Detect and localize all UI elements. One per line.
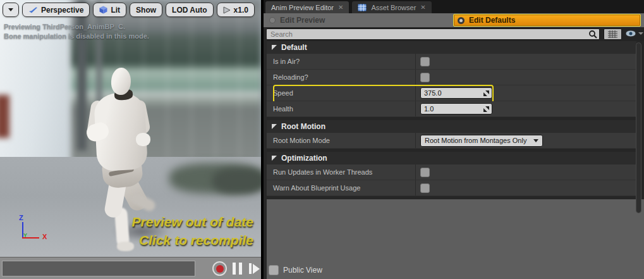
record-icon: [216, 265, 224, 273]
close-icon[interactable]: ✕: [420, 4, 425, 11]
run-updates-checkbox[interactable]: [420, 168, 430, 177]
bone-manipulation-line: Bone manipulation is disabled in this mo…: [4, 32, 149, 41]
lit-mode-button[interactable]: Lit: [93, 3, 126, 17]
search-input[interactable]: [266, 28, 600, 40]
spinbox-drag-icon: [483, 90, 489, 96]
asset-browser-icon: [358, 4, 367, 11]
anim-preview-editor-window: Perspective Lit Show LOD Auto x1.0: [0, 0, 644, 279]
property-row-is-in-air: Is in Air?: [267, 54, 636, 70]
tab-bar: Anim Preview Editor ✕ Asset Browser ✕: [264, 0, 644, 13]
root-motion-mode-dropdown[interactable]: Root Motion from Montages Only: [420, 135, 543, 147]
tab-anim-preview-editor[interactable]: Anim Preview Editor ✕: [265, 1, 349, 13]
scrollbar[interactable]: [636, 42, 641, 213]
tab-asset-browser[interactable]: Asset Browser ✕: [352, 1, 431, 13]
pause-icon: [233, 263, 236, 275]
reloading-checkbox[interactable]: [420, 73, 430, 82]
property-row-root-motion-mode: Root Motion Mode Root Motion from Montag…: [267, 133, 636, 149]
lod-auto-button[interactable]: LOD Auto: [166, 3, 214, 17]
warn-blueprint-checkbox[interactable]: [420, 183, 430, 193]
search-row: [264, 27, 644, 41]
section-header-optimization[interactable]: Optimization: [267, 152, 636, 164]
property-row-warn-blueprint: Warn About Blueprint Usage: [267, 180, 636, 196]
close-icon[interactable]: ✕: [338, 4, 343, 11]
health-number-field[interactable]: [420, 103, 492, 115]
search-icon: [588, 30, 597, 39]
background-object: [0, 95, 9, 138]
expand-arrow-icon: [272, 156, 277, 161]
edit-mode-toggle-row: Edit Preview Edit Defaults: [264, 13, 644, 27]
record-button[interactable]: [212, 261, 227, 276]
3d-viewport[interactable]: Perspective Lit Show LOD Auto x1.0: [0, 0, 261, 257]
panel-lower-area: [267, 199, 644, 279]
timeline-scrubber[interactable]: [2, 261, 195, 276]
expand-arrow-icon: [272, 124, 277, 129]
grid-view-icon: [608, 30, 617, 38]
lit-cube-icon: [99, 6, 107, 14]
playback-speed-button[interactable]: x1.0: [217, 3, 255, 17]
step-forward-button[interactable]: [249, 263, 260, 275]
perspective-icon: [28, 7, 38, 13]
section-default: Default Is in Air? Reloading? Speed: [267, 41, 636, 117]
viewport-options-button[interactable]: [3, 3, 19, 17]
public-view-toggle[interactable]: Public View: [269, 265, 322, 275]
chevron-down-icon: [8, 8, 13, 11]
axis-gizmo: Z Y X: [16, 214, 54, 247]
speed-input[interactable]: [424, 89, 483, 97]
property-row-reloading: Reloading?: [267, 70, 636, 85]
radio-icon: [269, 17, 276, 23]
preview-out-of-date-overlay[interactable]: Preview out of date Click to recompile: [131, 213, 253, 249]
eye-icon: [625, 30, 636, 37]
health-input[interactable]: [424, 105, 483, 113]
expand-arrow-icon: [272, 45, 277, 50]
preview-info-text: Previewing ThirdPerson_AnimBP_C. Bone ma…: [4, 22, 149, 41]
perspective-button[interactable]: Perspective: [22, 3, 90, 17]
playback-bar: [0, 257, 261, 279]
section-header-root-motion[interactable]: Root Motion: [267, 120, 636, 133]
section-header-default[interactable]: Default: [267, 41, 636, 54]
speed-number-field[interactable]: [420, 87, 492, 99]
public-view-checkbox[interactable]: [269, 265, 279, 275]
play-icon: [223, 6, 231, 14]
section-root-motion: Root Motion Root Motion Mode Root Motion…: [267, 120, 636, 149]
property-grid: Default Is in Air? Reloading? Speed: [267, 41, 636, 199]
pause-button[interactable]: [233, 263, 242, 275]
viewport-toolbar: Perspective Lit Show LOD Auto x1.0: [3, 3, 255, 17]
z-axis-label: Z: [19, 214, 23, 221]
show-menu-button[interactable]: Show: [130, 3, 162, 17]
y-axis-label: Y: [23, 232, 27, 239]
edit-preview-button[interactable]: Edit Preview: [269, 13, 325, 27]
edit-defaults-button[interactable]: Edit Defaults: [453, 14, 641, 27]
chevron-down-icon: [533, 139, 538, 142]
property-row-run-updates: Run Updates in Worker Threads: [267, 164, 636, 180]
view-options-button[interactable]: [625, 30, 643, 37]
previewing-line: Previewing ThirdPerson_AnimBP_C.: [4, 22, 149, 32]
column-view-button[interactable]: [604, 28, 622, 40]
step-forward-icon: [249, 263, 252, 274]
property-row-health: Health: [267, 101, 636, 117]
section-optimization: Optimization Run Updates in Worker Threa…: [267, 152, 636, 196]
radio-icon: [458, 17, 465, 24]
x-axis-label: X: [42, 233, 47, 240]
chevron-down-icon: [638, 32, 643, 35]
is-in-air-checkbox[interactable]: [420, 57, 430, 66]
spinbox-drag-icon: [483, 106, 489, 112]
property-row-speed: Speed: [267, 85, 636, 101]
anim-preview-editor-panel: Anim Preview Editor ✕ Asset Browser ✕ Ed…: [264, 0, 644, 279]
background-bush: [212, 168, 261, 194]
